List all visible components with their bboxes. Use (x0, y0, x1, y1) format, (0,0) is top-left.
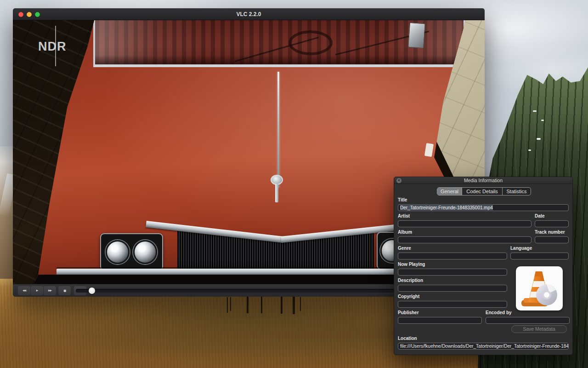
description-field[interactable] (398, 285, 507, 292)
fence-post (227, 297, 228, 313)
fast-forward-button[interactable]: ▸▸ (44, 286, 56, 295)
headlight-housing (100, 233, 163, 271)
genre-field[interactable] (398, 253, 507, 259)
save-metadata-button[interactable]: Save Metadata (511, 325, 567, 333)
dashboard-shadow (95, 55, 464, 64)
copyright-field[interactable] (398, 301, 507, 308)
title-label: Title (398, 197, 407, 202)
location-label: Location (398, 336, 417, 341)
tab-general[interactable]: General (437, 188, 462, 195)
vlc-titlebar[interactable]: VLC 2.2.0 (13, 8, 485, 20)
ndr-station-logo: NDR (38, 26, 79, 68)
ornament-crest (271, 175, 283, 185)
desktop: VLC 2.2.0 (0, 0, 588, 368)
ornament-stem (275, 184, 278, 202)
artist-field[interactable] (398, 220, 531, 227)
copyright-label: Copyright (398, 294, 419, 299)
fence-post (230, 297, 231, 311)
genre-label: Genre (398, 246, 411, 251)
fence-post (293, 297, 295, 314)
play-icon: ▸ (36, 288, 38, 293)
snow-patch (533, 110, 537, 112)
encoded-by-field[interactable] (486, 317, 570, 324)
stop-icon: ■ (63, 288, 66, 293)
artist-label: Artist (398, 213, 410, 218)
location-field[interactable]: file:///Users/fkuehne/Downloads/Der_Tato… (398, 343, 569, 350)
fence-post (261, 297, 262, 313)
tab-codec-details[interactable]: Codec Details (462, 188, 502, 195)
snow-patch (541, 120, 544, 121)
headlight (133, 240, 157, 264)
seek-slider-knob[interactable] (89, 288, 95, 294)
now-playing-label: Now Playing (398, 262, 425, 267)
snow-patch (537, 138, 541, 140)
title-field[interactable]: Der_Tatortreiniger-Freunde-1848335001.mp… (398, 204, 569, 211)
window-title: VLC 2.2.0 (13, 8, 485, 20)
hood-chrome-strip (277, 72, 279, 188)
vlc-cone-icon (516, 266, 563, 310)
dialog-titlebar[interactable]: × Media Information (394, 177, 572, 184)
date-field[interactable] (535, 220, 569, 227)
publisher-label: Publisher (398, 310, 419, 315)
snow-patch (528, 150, 531, 151)
language-label: Language (510, 246, 532, 251)
side-mirror (408, 23, 425, 48)
fence-post (281, 297, 283, 314)
steering-wheel (288, 30, 333, 55)
rewind-icon: ◂◂ (23, 288, 26, 293)
title-value: Der_Tatortreiniger-Freunde-1848335001.mp… (400, 205, 493, 210)
media-information-dialog: × Media Information General Codec Detail… (394, 177, 573, 355)
tab-bar: General Codec Details Statistics (437, 187, 531, 196)
fence-post (300, 297, 301, 311)
language-field[interactable] (510, 253, 569, 259)
dialog-title: Media Information (394, 178, 572, 183)
play-button[interactable]: ▸ (31, 286, 43, 295)
ndr-logo-text: NDR (38, 40, 67, 54)
encoded-by-label: Encoded by (486, 310, 512, 315)
track-number-label: Track number (535, 230, 565, 235)
track-number-field[interactable] (535, 236, 569, 243)
date-label: Date (535, 213, 545, 218)
fender-sticker (424, 143, 434, 157)
album-field[interactable] (398, 236, 531, 243)
fence-post (247, 297, 249, 313)
headlight (106, 240, 130, 264)
tab-statistics[interactable]: Statistics (502, 188, 531, 195)
publisher-field[interactable] (398, 317, 482, 324)
now-playing-field[interactable] (398, 269, 507, 276)
album-label: Album (398, 230, 412, 235)
fast-forward-icon: ▸▸ (48, 288, 51, 293)
stop-button[interactable]: ■ (58, 286, 71, 295)
rewind-button[interactable]: ◂◂ (18, 286, 30, 295)
description-label: Description (398, 278, 423, 283)
hood-ornament (269, 175, 285, 202)
